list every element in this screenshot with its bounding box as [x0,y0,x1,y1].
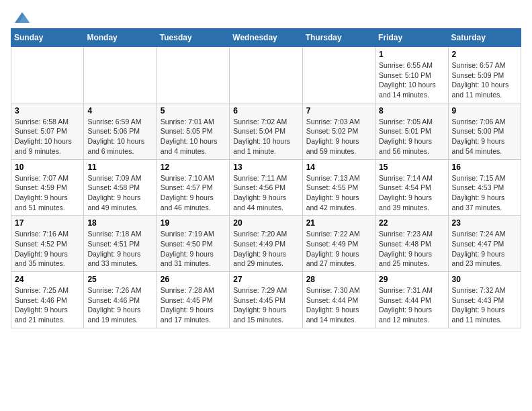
calendar-week-row: 24Sunrise: 7:25 AM Sunset: 4:46 PM Dayli… [11,272,521,328]
day-info: Sunrise: 7:07 AM Sunset: 4:59 PM Dayligh… [15,173,80,213]
day-info: Sunrise: 7:32 AM Sunset: 4:43 PM Dayligh… [452,285,517,325]
day-info: Sunrise: 7:24 AM Sunset: 4:47 PM Dayligh… [452,229,517,269]
day-info: Sunrise: 7:09 AM Sunset: 4:58 PM Dayligh… [87,173,152,213]
calendar-cell: 28Sunrise: 7:30 AM Sunset: 4:44 PM Dayli… [302,272,375,328]
calendar-cell [84,47,157,103]
calendar-cell: 27Sunrise: 7:29 AM Sunset: 4:45 PM Dayli… [230,272,302,328]
day-number: 14 [306,163,371,172]
day-number: 19 [161,218,226,228]
calendar-cell: 24Sunrise: 7:25 AM Sunset: 4:46 PM Dayli… [11,272,84,328]
calendar-cell: 7Sunrise: 7:03 AM Sunset: 5:02 PM Daylig… [302,103,375,159]
day-number: 9 [452,106,517,116]
day-number: 28 [306,275,371,284]
day-info: Sunrise: 7:18 AM Sunset: 4:51 PM Dayligh… [87,229,152,269]
day-number: 15 [379,163,444,172]
day-number: 3 [15,106,80,116]
day-info: Sunrise: 7:19 AM Sunset: 4:50 PM Dayligh… [161,229,226,269]
day-info: Sunrise: 6:58 AM Sunset: 5:07 PM Dayligh… [15,117,80,156]
calendar-cell: 17Sunrise: 7:16 AM Sunset: 4:52 PM Dayli… [11,216,84,272]
calendar-cell [230,47,302,103]
day-info: Sunrise: 7:16 AM Sunset: 4:52 PM Dayligh… [15,229,80,269]
day-number: 5 [161,106,226,116]
calendar-cell: 29Sunrise: 7:31 AM Sunset: 4:44 PM Dayli… [375,272,448,328]
logo [11,11,31,24]
calendar-cell: 2Sunrise: 6:57 AM Sunset: 5:09 PM Daylig… [448,47,521,103]
day-of-week-header: Sunday [11,29,84,47]
day-number: 18 [87,218,152,228]
day-number: 21 [306,218,371,228]
calendar-week-row: 3Sunrise: 6:58 AM Sunset: 5:07 PM Daylig… [11,103,521,159]
day-info: Sunrise: 7:20 AM Sunset: 4:49 PM Dayligh… [233,229,298,269]
day-info: Sunrise: 7:23 AM Sunset: 4:48 PM Dayligh… [379,229,444,269]
day-info: Sunrise: 7:02 AM Sunset: 5:04 PM Dayligh… [233,117,298,156]
calendar-cell: 30Sunrise: 7:32 AM Sunset: 4:43 PM Dayli… [448,272,521,328]
calendar-cell: 20Sunrise: 7:20 AM Sunset: 4:49 PM Dayli… [230,216,302,272]
day-number: 12 [161,163,226,172]
day-number: 7 [306,106,371,116]
day-number: 16 [452,163,517,172]
calendar-cell: 21Sunrise: 7:22 AM Sunset: 4:49 PM Dayli… [302,216,375,272]
day-info: Sunrise: 7:29 AM Sunset: 4:45 PM Dayligh… [233,285,298,325]
calendar-cell [157,47,229,103]
day-number: 25 [87,275,152,284]
calendar-week-row: 17Sunrise: 7:16 AM Sunset: 4:52 PM Dayli… [11,216,521,272]
day-info: Sunrise: 7:11 AM Sunset: 4:56 PM Dayligh… [233,173,298,213]
day-info: Sunrise: 7:25 AM Sunset: 4:46 PM Dayligh… [15,285,80,325]
day-number: 24 [15,275,80,284]
day-number: 26 [161,275,226,284]
page-header [11,11,521,24]
calendar-cell: 11Sunrise: 7:09 AM Sunset: 4:58 PM Dayli… [84,159,157,216]
calendar-week-row: 10Sunrise: 7:07 AM Sunset: 4:59 PM Dayli… [11,159,521,216]
calendar-cell [302,47,375,103]
calendar-cell: 25Sunrise: 7:26 AM Sunset: 4:46 PM Dayli… [84,272,157,328]
calendar-cell: 3Sunrise: 6:58 AM Sunset: 5:07 PM Daylig… [11,103,84,159]
day-number: 2 [452,50,517,59]
day-info: Sunrise: 7:15 AM Sunset: 4:53 PM Dayligh… [452,173,517,213]
day-number: 29 [379,275,444,284]
day-of-week-header: Saturday [448,29,521,47]
day-number: 6 [233,106,298,116]
logo-icon [13,11,31,24]
day-of-week-header: Thursday [302,29,375,47]
calendar-cell: 8Sunrise: 7:05 AM Sunset: 5:01 PM Daylig… [375,103,448,159]
calendar-cell: 18Sunrise: 7:18 AM Sunset: 4:51 PM Dayli… [84,216,157,272]
day-of-week-header: Tuesday [157,29,229,47]
day-number: 17 [15,218,80,228]
calendar-cell: 23Sunrise: 7:24 AM Sunset: 4:47 PM Dayli… [448,216,521,272]
calendar-cell: 1Sunrise: 6:55 AM Sunset: 5:10 PM Daylig… [375,47,448,103]
day-info: Sunrise: 7:28 AM Sunset: 4:45 PM Dayligh… [161,285,226,325]
calendar-cell: 4Sunrise: 6:59 AM Sunset: 5:06 PM Daylig… [84,103,157,159]
calendar-cell: 14Sunrise: 7:13 AM Sunset: 4:55 PM Dayli… [302,159,375,216]
calendar-cell: 10Sunrise: 7:07 AM Sunset: 4:59 PM Dayli… [11,159,84,216]
day-number: 11 [87,163,152,172]
calendar-header-row: SundayMondayTuesdayWednesdayThursdayFrid… [11,29,521,47]
day-info: Sunrise: 7:01 AM Sunset: 5:05 PM Dayligh… [161,117,226,156]
day-info: Sunrise: 6:55 AM Sunset: 5:10 PM Dayligh… [379,60,444,100]
day-info: Sunrise: 7:26 AM Sunset: 4:46 PM Dayligh… [87,285,152,325]
day-of-week-header: Wednesday [230,29,302,47]
day-info: Sunrise: 6:59 AM Sunset: 5:06 PM Dayligh… [87,117,152,156]
calendar-cell: 9Sunrise: 7:06 AM Sunset: 5:00 PM Daylig… [448,103,521,159]
calendar-cell: 16Sunrise: 7:15 AM Sunset: 4:53 PM Dayli… [448,159,521,216]
day-number: 30 [452,275,517,284]
day-info: Sunrise: 7:06 AM Sunset: 5:00 PM Dayligh… [452,117,517,156]
calendar-cell: 13Sunrise: 7:11 AM Sunset: 4:56 PM Dayli… [230,159,302,216]
day-of-week-header: Monday [84,29,157,47]
day-info: Sunrise: 7:31 AM Sunset: 4:44 PM Dayligh… [379,285,444,325]
day-info: Sunrise: 7:05 AM Sunset: 5:01 PM Dayligh… [379,117,444,156]
calendar-cell [11,47,84,103]
calendar-cell: 12Sunrise: 7:10 AM Sunset: 4:57 PM Dayli… [157,159,229,216]
calendar-cell: 26Sunrise: 7:28 AM Sunset: 4:45 PM Dayli… [157,272,229,328]
day-number: 8 [379,106,444,116]
day-info: Sunrise: 7:13 AM Sunset: 4:55 PM Dayligh… [306,173,371,213]
day-number: 4 [87,106,152,116]
calendar-week-row: 1Sunrise: 6:55 AM Sunset: 5:10 PM Daylig… [11,47,521,103]
day-info: Sunrise: 7:22 AM Sunset: 4:49 PM Dayligh… [306,229,371,269]
day-info: Sunrise: 6:57 AM Sunset: 5:09 PM Dayligh… [452,60,517,100]
calendar-cell: 6Sunrise: 7:02 AM Sunset: 5:04 PM Daylig… [230,103,302,159]
day-number: 27 [233,275,298,284]
calendar-cell: 22Sunrise: 7:23 AM Sunset: 4:48 PM Dayli… [375,216,448,272]
day-number: 20 [233,218,298,228]
day-number: 1 [379,50,444,59]
day-info: Sunrise: 7:14 AM Sunset: 4:54 PM Dayligh… [379,173,444,213]
